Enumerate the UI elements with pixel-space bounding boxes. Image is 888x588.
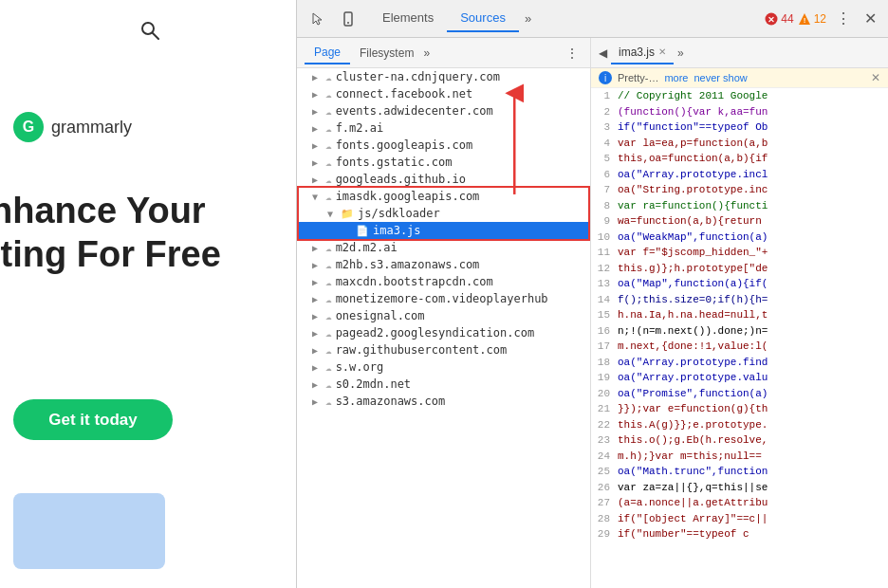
tree-item[interactable]: ▶ ☁ maxcdn.bootstrapcdn.com (297, 273, 590, 290)
code-tab-ima3[interactable]: ima3.js ✕ (611, 42, 674, 64)
tree-item[interactable]: ▶ ☁ s3.amazonaws.com (297, 393, 590, 410)
tree-item-label: fonts.googleapis.com (336, 138, 473, 152)
code-tabs-bar: ◀ ima3.js ✕ » (591, 38, 888, 68)
tree-arrow: ▶ (312, 243, 325, 253)
code-line: 2 (function(){var k,aa=fun (591, 104, 888, 120)
line-number: 7 (591, 182, 618, 198)
line-code: var f="$jscomp_hidden_"+ (618, 245, 768, 261)
line-code: if("[object Array]"==c|| (618, 511, 768, 527)
line-code: m.h);}var m=this;null== (618, 449, 762, 465)
sources-toolbar-icon[interactable]: ⋮ (562, 46, 583, 61)
tree-item[interactable]: ▶ ☁ s0.2mdn.net (297, 376, 590, 393)
line-number: 19 (591, 370, 618, 386)
tree-arrow: ▶ (312, 72, 325, 83)
tree-item[interactable]: ▶ ☁ m2d.m2.ai (297, 239, 590, 256)
cursor-icon[interactable] (305, 6, 331, 32)
code-tab-left-arrow[interactable]: ◀ (595, 46, 611, 60)
tree-item[interactable]: ▶ ☁ s.w.org (297, 358, 590, 376)
code-line: 29 if("number"==typeof c (591, 526, 888, 542)
tree-item[interactable]: ▶ ☁ pagead2.googlesyndication.com (297, 324, 590, 341)
svg-point-0 (142, 23, 154, 34)
line-number: 12 (591, 261, 618, 277)
line-code: oa("String.prototype.inc (618, 182, 768, 198)
tree-arrow: ▶ (312, 140, 325, 151)
close-devtools-button[interactable]: ✕ (860, 9, 880, 28)
tree-item[interactable]: ▼ 📁 js/sdkloader (297, 205, 590, 222)
sources-subtabs: Page Filesystem » ⋮ (297, 38, 590, 68)
devtools-topbar: Elements Sources » ✕ 44 ! 12 ⋮ ✕ (297, 0, 888, 38)
code-tabs-more[interactable]: » (674, 46, 688, 60)
tree-item[interactable]: ▶ ☁ monetizemore-com.videoplayerhub (297, 290, 590, 307)
tree-item[interactable]: ▶ ☁ onesignal.com (297, 307, 590, 324)
tab-sources[interactable]: Sources (447, 5, 519, 32)
line-code: this.A(g)}};e.prototype. (618, 417, 768, 433)
grammarly-icon: G (13, 112, 44, 142)
subtab-filesystem[interactable]: Filesystem (350, 43, 423, 64)
line-number: 10 (591, 230, 618, 246)
tree-item[interactable]: ▶ ☁ fonts.googleapis.com (297, 137, 590, 154)
line-code: n;!(n=m.next()).done;)n= (618, 323, 768, 340)
line-code: // Copyright 2011 Google (618, 88, 768, 104)
code-line: 12 this.g)};h.prototype["de (591, 261, 888, 277)
tree-item[interactable]: 📄 ima3.js (297, 222, 590, 239)
pretty-more-link[interactable]: more (664, 72, 688, 83)
code-line: 21 }});var e=function(g){th (591, 401, 888, 417)
tree-item[interactable]: ▶ ☁ raw.githubusercontent.com (297, 341, 590, 358)
tree-item[interactable]: ▶ ☁ m2hb.s3.amazonaws.com (297, 256, 590, 273)
line-number: 18 (591, 355, 618, 371)
line-code: m.next,{done:!1,value:l( (618, 339, 768, 355)
code-line: 16 n;!(n=m.next()).done;)n= (591, 323, 888, 340)
line-number: 27 (591, 495, 618, 511)
tree-item[interactable]: ▶ ☁ cluster-na.cdnjquery.com (297, 68, 590, 85)
subtab-page[interactable]: Page (305, 42, 350, 64)
sources-file-tree: ▶ ☁ cluster-na.cdnjquery.com ▶ ☁ connect… (297, 68, 590, 588)
cloud-icon: ☁ (325, 327, 332, 340)
pretty-bar-close-button[interactable]: ✕ (871, 71, 880, 84)
tree-item-label: ima3.js (373, 224, 421, 237)
mobile-icon[interactable] (335, 6, 361, 32)
tree-item[interactable]: ▶ ☁ connect.facebook.net (297, 85, 590, 102)
tree-item-label: m2d.m2.ai (336, 241, 398, 254)
pretty-never-show-link[interactable]: never show (694, 72, 747, 83)
warning-badge: ! 12 (798, 12, 826, 26)
subtabs-more[interactable]: » (423, 46, 430, 60)
tree-item-label: s.w.org (336, 360, 384, 374)
tabs-more[interactable]: » (519, 8, 537, 29)
tree-item-label: imasdk.googleapis.com (336, 190, 480, 203)
cloud-icon: ☁ (325, 276, 332, 288)
pretty-print-bar: i Pretty-… more never show ✕ (591, 68, 888, 88)
search-icon[interactable] (140, 21, 159, 45)
tree-arrow: ▶ (312, 175, 325, 185)
line-code: oa("Map",function(a){if( (618, 276, 768, 292)
line-code: f();this.size=0;if(h){h= (618, 292, 768, 308)
cloud-icon: ☁ (325, 310, 332, 322)
line-number: 26 (591, 480, 618, 496)
tree-item[interactable]: ▶ ☁ fonts.gstatic.com (297, 154, 590, 171)
tree-arrow: ▶ (312, 157, 325, 168)
tree-item[interactable]: ▶ ☁ f.m2.ai (297, 119, 590, 137)
code-line: 11 var f="$jscomp_hidden_"+ (591, 245, 888, 261)
cta-button[interactable]: Get it today (13, 399, 173, 440)
code-tab-close-button[interactable]: ✕ (658, 46, 666, 57)
code-line: 7 oa("String.prototype.inc (591, 182, 888, 198)
tree-item-label: s0.2mdn.net (336, 377, 411, 391)
error-warning-area: ✕ 44 ! 12 (765, 12, 826, 26)
tree-item[interactable]: ▶ ☁ events.adwidecenter.com (297, 102, 590, 119)
tree-arrow: ▶ (312, 123, 325, 134)
tree-item[interactable]: ▶ ☁ googleads.github.io (297, 171, 590, 188)
line-number: 29 (591, 526, 618, 542)
line-number: 5 (591, 151, 618, 167)
tree-item[interactable]: ▼ ☁ imasdk.googleapis.com (297, 188, 590, 205)
tree-arrow: ▶ (312, 260, 325, 270)
tree-arrow: ▼ (312, 192, 325, 202)
folder-icon: 📁 (341, 208, 354, 220)
cloud-icon: ☁ (325, 378, 332, 391)
tab-elements[interactable]: Elements (369, 5, 447, 32)
code-line: 3 if("function"==typeof Ob (591, 119, 888, 136)
more-options-icon[interactable]: ⋮ (830, 9, 857, 28)
line-code: (a=a.nonce||a.getAttribu (618, 495, 768, 511)
line-code: oa("Math.trunc",function (618, 464, 768, 480)
tree-item-label: maxcdn.bootstrapcdn.com (336, 275, 493, 288)
cloud-icon: ☁ (325, 293, 332, 305)
line-number: 16 (591, 323, 618, 340)
